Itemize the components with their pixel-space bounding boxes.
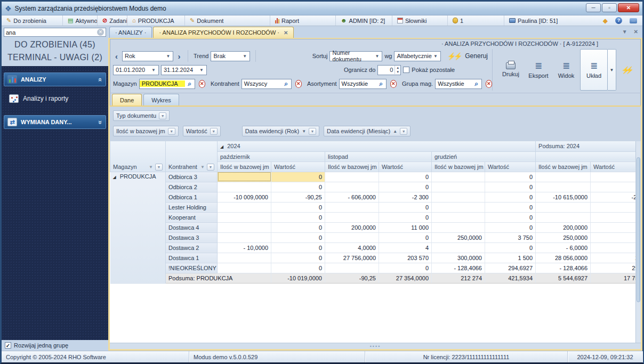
horizontal-scrollbar[interactable]: •••• xyxy=(110,343,641,349)
period-select[interactable]: Rok▼ xyxy=(122,51,173,61)
menu-do-zrobienia[interactable]: ✎ Do zrobienia xyxy=(2,15,63,26)
cell[interactable]: 0 xyxy=(271,263,325,273)
cell[interactable]: 0 xyxy=(485,182,536,192)
cell[interactable] xyxy=(325,263,379,273)
cell[interactable]: 250,0000 xyxy=(536,232,591,242)
cell[interactable]: 0 xyxy=(485,222,536,232)
cell[interactable]: 0 xyxy=(271,242,325,253)
total-cell[interactable]: 5 544,6927 xyxy=(536,273,591,283)
total-cell[interactable]: 421,5934 xyxy=(485,273,536,283)
sidebar-group-analizy[interactable]: ANALIZY « xyxy=(4,72,106,86)
scrollbar-thumb[interactable] xyxy=(637,157,640,302)
row-header[interactable]: Kooperant xyxy=(166,212,218,222)
menu-aktywnosc[interactable]: ▤ Aktywność xyxy=(63,15,98,26)
measure-header[interactable]: Wartość xyxy=(591,161,641,172)
clear-asortyment-icon[interactable]: ✕ xyxy=(390,80,397,88)
grupa-mag-lookup[interactable]: Wszystkie ⌕ xyxy=(435,79,482,89)
pivot-data-field-wartosc[interactable]: Wartość ▼ xyxy=(183,126,221,136)
cell[interactable] xyxy=(432,222,485,232)
filter-dropdown-icon[interactable]: ▼ xyxy=(207,164,214,171)
cell[interactable]: -10 009,0000 xyxy=(218,192,271,202)
filter-dropdown-icon[interactable]: ▼ xyxy=(155,164,163,171)
filter-dropdown-icon[interactable]: ▼ xyxy=(400,128,407,135)
total-cell[interactable]: -90,25 xyxy=(325,273,379,283)
subtab-wykres[interactable]: Wykres xyxy=(143,94,179,106)
kontrahent-lookup[interactable]: Wszyscy ⌕ xyxy=(241,79,292,89)
cell[interactable] xyxy=(325,182,379,192)
magnifier-icon[interactable]: ⌕ xyxy=(281,80,291,87)
pivot-col-field-rok[interactable]: Data ewidencji (Rok) ▼ ▼ xyxy=(242,126,319,136)
cell[interactable]: 11 000 xyxy=(591,222,641,232)
month-header[interactable]: grudzień xyxy=(432,151,536,161)
cell[interactable]: - 128,4066 xyxy=(432,263,485,273)
cell[interactable] xyxy=(536,212,591,222)
filter-dropdown-icon[interactable]: ▼ xyxy=(159,112,166,119)
row-header[interactable]: Odbiorca 1 xyxy=(166,192,218,202)
sidebar-header-do-zrobienia[interactable]: DO ZROBIENIA (45) xyxy=(2,38,108,51)
cell[interactable] xyxy=(218,232,271,242)
menu-zadanie[interactable]: ⊘ Zadanie xyxy=(98,15,127,26)
cell[interactable]: 0 xyxy=(271,202,325,212)
total-cell[interactable]: 212 274 xyxy=(432,273,485,283)
sidebar-item-analizy-i-raporty[interactable]: Analizy i raporty xyxy=(4,92,106,106)
cell[interactable]: 0 xyxy=(485,192,536,202)
column-group-2024[interactable]: ◢ 2024 xyxy=(218,141,536,151)
cell[interactable]: 0 xyxy=(485,172,536,182)
cell[interactable] xyxy=(218,172,271,182)
maximize-button[interactable]: ▫ xyxy=(602,3,617,12)
cell[interactable] xyxy=(325,232,379,242)
cell[interactable] xyxy=(432,242,485,253)
asortyment-lookup[interactable]: Wszystkie ⌕ xyxy=(339,79,387,89)
cell[interactable]: 294,6927 xyxy=(591,263,641,273)
cell[interactable] xyxy=(325,172,379,182)
ogranicz-do-spinner[interactable]: 0 ▲▼ xyxy=(377,65,401,75)
total-cell[interactable]: 17 756,5934 xyxy=(591,273,641,283)
vertical-scrollbar[interactable] xyxy=(635,141,641,343)
cell[interactable]: 0 xyxy=(591,182,641,192)
cell[interactable]: 0 xyxy=(379,172,432,182)
cell[interactable]: 0 xyxy=(379,202,432,212)
cell[interactable]: 0 xyxy=(379,263,432,273)
cell[interactable] xyxy=(432,212,485,222)
cell[interactable]: 4,0000 xyxy=(325,242,379,253)
subtab-dane[interactable]: Dane xyxy=(112,94,142,106)
cell[interactable]: - 128,4066 xyxy=(536,263,591,273)
magnifier-icon[interactable]: ⌕ xyxy=(185,80,195,87)
collapse-triangle-icon[interactable]: ◢ xyxy=(220,144,223,149)
cell[interactable]: -10 615,0000 xyxy=(536,192,591,202)
close-all-tabs-icon[interactable]: ✕ xyxy=(634,29,638,35)
previous-period-icon[interactable]: ‹ xyxy=(113,52,120,61)
cell[interactable]: 203 570 xyxy=(379,253,432,263)
total-cell[interactable]: 27 354,0000 xyxy=(379,273,432,283)
cell[interactable]: 250,0000 xyxy=(432,232,485,242)
cell[interactable]: 0 xyxy=(271,182,325,192)
cell[interactable]: 4 xyxy=(591,242,641,253)
cell[interactable]: 300,0000 xyxy=(432,253,485,263)
clear-kontrahent-icon[interactable]: ✕ xyxy=(295,80,302,88)
cell[interactable] xyxy=(325,202,379,212)
cell[interactable]: 0 xyxy=(591,212,641,222)
cell[interactable]: 0 xyxy=(271,172,325,182)
sidebar-group-wymiana-danych[interactable]: ⇄ WYMIANA DANY... » xyxy=(4,115,106,129)
menu-paulina[interactable]: Paulina [ID: 51] xyxy=(504,15,579,26)
next-period-icon[interactable]: › xyxy=(175,52,182,61)
close-tab-icon[interactable]: ✕ xyxy=(284,30,288,36)
row-header[interactable]: Dostawca 3 xyxy=(166,232,218,242)
cell[interactable]: 200,0000 xyxy=(536,222,591,232)
cell[interactable]: 0 xyxy=(379,232,432,242)
measure-header[interactable]: Ilość w bazowej jm xyxy=(432,161,485,172)
cell[interactable]: 11 000 xyxy=(379,222,432,232)
column-group-podsuma-2024[interactable]: Podsuma: 2024 xyxy=(536,141,641,151)
widok-button[interactable]: ≣ Widok xyxy=(552,49,580,91)
close-button[interactable]: ✕ xyxy=(618,3,639,12)
help-icon[interactable]: ? xyxy=(615,17,622,24)
row-field-header-kontrahent[interactable]: Kontrahent ▼ ▼ xyxy=(166,141,218,172)
row-header[interactable]: Dostawca 4 xyxy=(166,222,218,232)
checkbox-unchecked-icon[interactable] xyxy=(403,67,409,73)
trend-select[interactable]: Brak▼ xyxy=(211,51,250,61)
cell[interactable]: 294,6927 xyxy=(485,263,536,273)
magazyn-lookup[interactable]: PRODUKCJA ⌕ xyxy=(139,79,195,89)
cell[interactable] xyxy=(536,202,591,212)
cell[interactable] xyxy=(218,222,271,232)
eksport-button[interactable]: ≣ Eksport xyxy=(525,49,552,91)
